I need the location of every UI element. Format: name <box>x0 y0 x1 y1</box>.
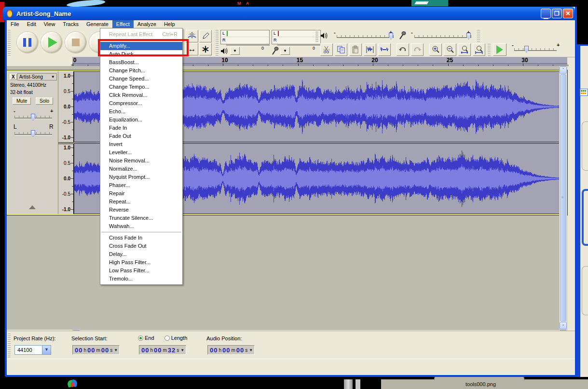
input-device-button[interactable] <box>272 47 279 55</box>
gain-slider-thumb[interactable] <box>31 114 35 121</box>
menu-item-fade-in[interactable]: Fade In <box>100 124 182 132</box>
play-button[interactable] <box>41 32 62 53</box>
mixer-toolbar-grabber[interactable] <box>315 29 318 42</box>
play-speed-slider[interactable] <box>514 50 557 51</box>
menu-item-leveller[interactable]: Leveller... <box>100 148 182 157</box>
solo-button[interactable]: Solo <box>36 97 53 105</box>
menu-item-repair[interactable]: Repair <box>100 189 182 198</box>
timeline-ruler[interactable]: 051015202530 <box>7 57 567 66</box>
thumbnail-partial[interactable] <box>582 189 588 246</box>
menu-item-low-pass-filter[interactable]: Low Pass Filter... <box>100 267 182 275</box>
undo-button[interactable] <box>397 43 409 56</box>
ruler-label: 0.0 <box>64 104 70 109</box>
menu-item-change-speed[interactable]: Change Speed... <box>100 75 182 83</box>
microphone-icon <box>272 47 279 55</box>
mute-button[interactable]: Mute <box>13 97 31 105</box>
project-rate-combobox[interactable]: 44100 ▼ <box>14 345 51 355</box>
butterfly-icon[interactable] <box>67 379 79 389</box>
transport-toolbar-grabber[interactable] <box>8 29 11 56</box>
menu-analyze[interactable]: Analyze <box>134 20 160 28</box>
meter-toolbar-grabber[interactable] <box>216 29 219 56</box>
track-format-line1: Stereo, 44100Hz <box>10 82 46 88</box>
menu-item-delay[interactable]: Delay... <box>100 250 182 258</box>
output-volume-slider[interactable] <box>337 37 394 38</box>
menu-item-invert[interactable]: Invert <box>100 140 182 148</box>
copy-button[interactable] <box>335 43 347 56</box>
menu-item-cross-fade-in[interactable]: Cross Fade In <box>100 234 182 242</box>
minimize-button[interactable]: ▁ <box>541 9 551 18</box>
menu-item-echo[interactable]: Echo... <box>100 107 182 116</box>
menu-generate[interactable]: Generate <box>82 20 112 28</box>
speaker-icon <box>320 32 328 39</box>
end-radio[interactable] <box>138 335 143 341</box>
menu-item-noise-removal[interactable]: Noise Removal... <box>100 157 182 165</box>
input-volume-thumb[interactable] <box>466 33 471 40</box>
redo-button[interactable] <box>411 43 424 56</box>
menu-tracks[interactable]: Tracks <box>59 20 82 28</box>
pan-slider-thumb[interactable] <box>31 130 35 137</box>
menu-item-change-tempo[interactable]: Change Tempo... <box>100 83 182 91</box>
length-radio[interactable] <box>164 335 170 341</box>
edit-toolbar-grabber[interactable] <box>488 43 491 56</box>
thumbnail-partial[interactable] <box>582 121 588 171</box>
silence-button[interactable] <box>378 43 391 56</box>
menu-help[interactable]: Help <box>160 20 179 28</box>
menu-item-reverse[interactable]: Reverse <box>100 206 182 214</box>
selection-toolbar-grabber[interactable] <box>8 333 11 357</box>
zoom-out-button[interactable] <box>444 43 456 56</box>
menu-item-repeat-last-effect[interactable]: Repeat Last EffectCtrl+R <box>100 30 182 39</box>
zoom-in-button[interactable] <box>429 43 442 56</box>
menu-item-change-pitch[interactable]: Change Pitch... <box>100 67 182 75</box>
close-button[interactable]: ✕ <box>563 9 573 18</box>
thumbnail-partial[interactable] <box>582 266 588 315</box>
menu-item-tremolo[interactable]: Tremolo... <box>100 275 182 283</box>
cut-button[interactable] <box>320 43 333 56</box>
fit-project-button[interactable] <box>473 43 485 56</box>
output-volume-thumb[interactable] <box>389 33 393 40</box>
menu-effect[interactable]: Effect <box>112 20 134 28</box>
track-close-button[interactable]: X <box>10 74 17 80</box>
menu-edit[interactable]: Edit <box>23 20 40 28</box>
output-device-dropdown[interactable]: ▼ <box>230 47 240 55</box>
play-at-speed-button[interactable] <box>493 43 506 56</box>
menu-item-bassboost[interactable]: BassBoost... <box>100 58 182 67</box>
menu-item-normalize[interactable]: Normalize... <box>100 165 182 173</box>
audio-position-field[interactable]: 00h00m00s▼ <box>207 345 255 355</box>
menu-item-high-pass-filter[interactable]: High Pass Filter... <box>100 258 182 267</box>
menu-item-wahwah[interactable]: Wahwah... <box>100 222 182 230</box>
paste-button[interactable] <box>349 43 362 56</box>
menu-item-click-removal[interactable]: Click Removal... <box>100 91 182 99</box>
output-device-button[interactable] <box>220 48 228 54</box>
stop-button[interactable] <box>65 32 86 53</box>
input-volume-slider[interactable] <box>414 37 471 38</box>
title-bar[interactable]: Artist-Song_Name ▁ ❒ ✕ <box>3 7 575 20</box>
menu-item-compressor[interactable]: Compressor... <box>100 99 182 107</box>
pause-button[interactable] <box>17 32 38 53</box>
menu-item-truncate-silence[interactable]: Truncate Silence... <box>100 214 182 222</box>
vertical-scrollbar-thumb[interactable]: ≡ <box>560 74 566 322</box>
menu-item-repeat[interactable]: Repeat... <box>100 198 182 206</box>
menu-item-equalization[interactable]: Equalization... <box>100 116 182 124</box>
maximize-button[interactable]: ❒ <box>552 9 562 18</box>
transcription-toolbar-grabber[interactable] <box>477 29 480 42</box>
menu-item-nyquist-prompt[interactable]: Nyquist Prompt... <box>100 173 182 181</box>
draw-tool-button[interactable] <box>199 30 212 42</box>
scroll-down-button[interactable]: ˇ <box>560 322 567 329</box>
menu-item-fade-out[interactable]: Fade Out <box>100 132 182 140</box>
vertical-scrollbar[interactable]: ˆ ≡ ˇ <box>559 66 567 330</box>
track-title-dropdown[interactable]: Artist-Song ▼ <box>17 73 57 80</box>
collapse-triangle-icon[interactable] <box>29 205 36 209</box>
menu-file[interactable]: File <box>7 20 23 28</box>
fit-selection-button[interactable] <box>458 43 471 56</box>
pause-icon <box>23 38 26 47</box>
menu-view[interactable]: View <box>40 20 59 28</box>
play-speed-thumb[interactable] <box>524 46 529 53</box>
multi-tool-button[interactable]: ∗ <box>199 43 212 55</box>
selection-start-field[interactable]: 00h00m00s▼ <box>72 345 120 355</box>
trim-button[interactable] <box>364 43 376 56</box>
selection-end-field[interactable]: 00h00m32s▼ <box>139 345 186 355</box>
input-device-dropdown[interactable]: ▼ <box>280 47 290 55</box>
menu-item-phaser[interactable]: Phaser... <box>100 181 182 189</box>
scroll-up-button[interactable]: ˆ <box>560 67 567 74</box>
menu-item-cross-fade-out[interactable]: Cross Fade Out <box>100 242 182 250</box>
